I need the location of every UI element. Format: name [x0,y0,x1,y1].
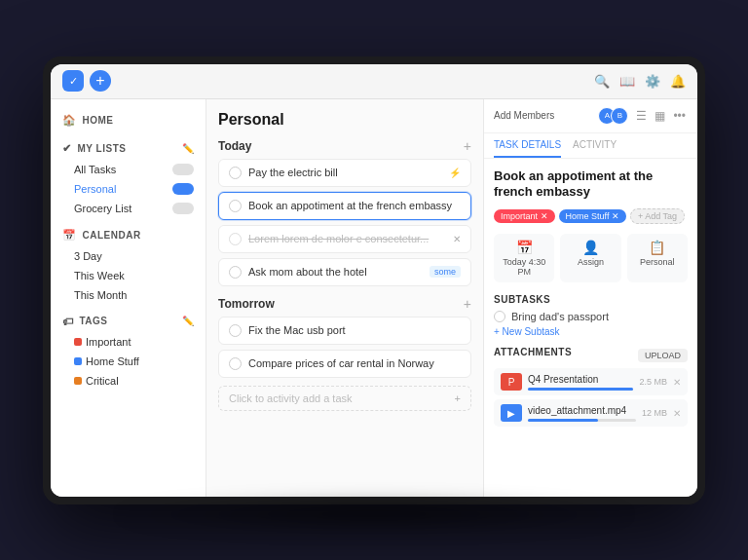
add-today-task-button[interactable]: + [464,138,471,154]
task-item-highlighted[interactable]: Book an appotiment at the french embassy [218,192,471,220]
attachment-progress-fill [528,388,633,391]
notification-icon[interactable]: 🔔 [670,74,686,89]
avatar: B [611,107,628,125]
sidebar-item-critical[interactable]: Critical [51,371,206,391]
task-text: Fix the Mac usb port [248,324,461,336]
app-logo: ✓ [62,70,84,92]
edit-lists-icon[interactable]: ✏️ [182,143,195,154]
task-item[interactable]: Ask mom about the hotel some [218,258,471,286]
all-tasks-toggle[interactable] [172,164,194,175]
subtasks-label: SUBTASKS [494,294,688,305]
task-item[interactable]: Pay the electric bill ⚡ [218,159,471,187]
list-view-icon[interactable]: ☰ [634,107,649,125]
personal-toggle[interactable] [172,183,194,195]
sidebar-item-this-month[interactable]: This Month [51,285,206,305]
tags-header: 🏷 TAGS ✏️ [51,311,206,332]
remove-task-icon[interactable]: ✕ [453,234,461,244]
task-checkbox[interactable] [229,200,242,212]
task-text: Book an appotiment at the french embassy [248,200,461,211]
attachment-name: video_attachment.mp4 [528,405,636,416]
attachments-label: ATTACHMENTS [494,347,572,357]
task-item[interactable]: Compare prices of car rental in Norway [218,350,471,378]
task-checkbox[interactable] [229,266,242,279]
task-checkbox[interactable] [229,357,242,370]
sidebar-item-home-stuff[interactable]: Home Stuff [51,352,206,371]
tags-section: 🏷 TAGS ✏️ Important Home Stuff [51,311,206,391]
attachment-progress-fill [528,419,598,422]
calendar-section: 📅 CALENDAR 3 Day This Week This Month [51,224,206,305]
task-text: Compare prices of car rental in Norway [248,357,461,369]
task-text: Ask mom about the hotel [248,266,423,278]
detail-task-title: Book an appotiment at the french embassy [494,168,688,202]
add-button[interactable]: + [90,70,111,92]
sidebar-item-all-tasks[interactable]: All Tasks [51,160,206,179]
today-section-header: Today + [218,138,471,154]
attachment-details: video_attachment.mp4 [528,405,636,422]
grid-view-icon[interactable]: ▦ [653,107,667,125]
tab-task-details[interactable]: TASK DETAILS [494,133,561,158]
meta-date[interactable]: 📅 Today 4:30 PM [494,234,554,282]
task-checkbox[interactable] [229,324,242,337]
bookmark-icon[interactable]: 📖 [619,74,635,89]
add-members-button[interactable]: Add Members [494,110,597,121]
list-meta-icon: 📋 [633,240,682,255]
attachment-name: Q4 Presentation [528,374,633,385]
tag-home-stuff[interactable]: Home Stuff ✕ [559,209,626,223]
panel-header: Personal [218,111,471,129]
task-tag: some [430,266,461,278]
detail-header-icons: ☰ ▦ ••• [634,107,688,125]
add-tag-button[interactable]: + Add Tag [630,208,685,224]
task-checkbox[interactable] [229,233,242,245]
my-lists-header: ✔ MY LISTS ✏️ [51,137,206,160]
task-item-completed[interactable]: Lorem lorem de molor e consectetur... ✕ [218,225,471,253]
task-text: Pay the electric bill [248,167,442,178]
settings-icon[interactable]: ⚙️ [645,74,660,89]
grocery-toggle[interactable] [172,203,194,214]
task-item[interactable]: Fix the Mac usb port [218,317,471,345]
sidebar-home-header[interactable]: 🏠 HOME [51,109,206,131]
tag-important[interactable]: Important ✕ [494,209,555,223]
task-checkbox[interactable] [229,167,242,179]
subtask-item[interactable]: Bring dad's passport [494,311,688,322]
attachment-size: 2.5 MB [639,377,667,387]
edit-tags-icon[interactable]: ✏️ [182,316,195,326]
more-options-icon[interactable]: ••• [671,107,688,125]
sidebar-item-3day[interactable]: 3 Day [51,246,206,266]
meta-list[interactable]: 📋 Personal [627,234,688,282]
subtask-checkbox[interactable] [494,311,505,322]
sidebar: 🏠 HOME ✔ MY LISTS ✏️ All Tasks [51,99,206,497]
task-text: Lorem lorem de molor e consectetur... [248,233,446,244]
add-icon: + [455,392,461,404]
upload-button[interactable]: UPLOAD [638,349,688,362]
remove-attachment-icon[interactable]: ✕ [673,377,681,388]
tab-activity[interactable]: ACTIVITY [573,133,617,158]
assign-meta-icon: 👤 [566,240,615,255]
tomorrow-label: Tomorrow [218,297,275,311]
attachment-progress-bar [528,419,636,422]
attachment-details: Q4 Presentation [528,374,633,391]
calendar-header: 📅 CALENDAR [51,224,206,246]
detail-tabs: TASK DETAILS ACTIVITY [484,133,697,159]
sidebar-item-grocery[interactable]: Grocery List [51,199,206,218]
subtask-text: Bring dad's passport [511,311,609,322]
meta-assign[interactable]: 👤 Assign [560,234,620,282]
add-tomorrow-task-button[interactable]: + [464,296,471,312]
calendar-icon: 📅 [62,229,77,242]
home-section: 🏠 HOME [51,109,206,131]
new-subtask-button[interactable]: + New Subtask [494,326,688,337]
click-to-add-task[interactable]: Click to activity add a task + [218,386,471,411]
detail-header: Add Members A B ☰ ▦ ••• [484,99,697,133]
avatar-group: A B [603,107,628,125]
main-content: 🏠 HOME ✔ MY LISTS ✏️ All Tasks [51,99,697,497]
sidebar-item-important[interactable]: Important [51,332,206,352]
home-icon: 🏠 [62,114,77,127]
remove-attachment-icon[interactable]: ✕ [673,408,681,419]
sidebar-item-this-week[interactable]: This Week [51,266,206,285]
sidebar-item-personal[interactable]: Personal [51,179,206,199]
search-icon[interactable]: 🔍 [594,74,610,89]
home-stuff-color-dot [74,357,82,365]
detail-tags: Important ✕ Home Stuff ✕ + Add Tag [494,208,688,224]
attachment-item-pptx[interactable]: P Q4 Presentation 2.5 MB ✕ [494,368,688,395]
tags-icon: 🏷 [62,316,74,327]
attachment-item-video[interactable]: ▶ video_attachment.mp4 12 MB ✕ [494,399,688,427]
